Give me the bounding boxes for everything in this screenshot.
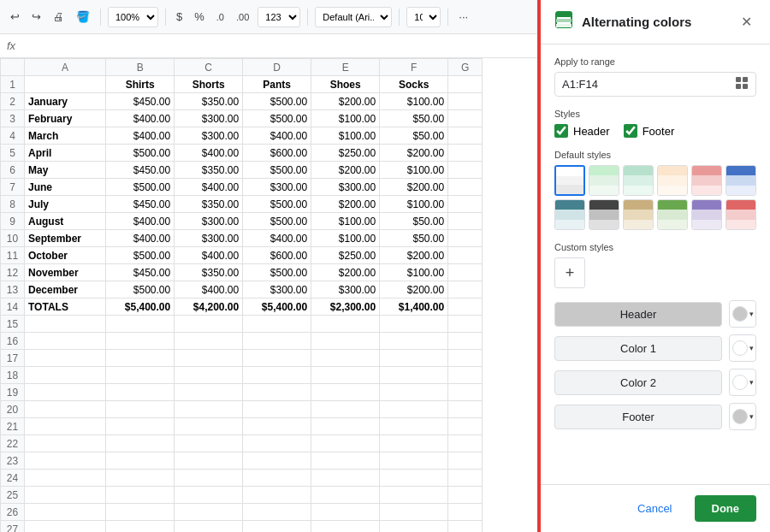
- cell-23-d[interactable]: [243, 452, 311, 470]
- cell-8-c[interactable]: $350.00: [175, 196, 243, 213]
- cell-12-g[interactable]: [448, 264, 483, 281]
- cell-19-g[interactable]: [448, 384, 483, 401]
- cell-19-b[interactable]: [106, 384, 175, 401]
- table-row[interactable]: 4March$400.00$300.00$400.00$100.00$50.00: [1, 127, 483, 145]
- cell-12-c[interactable]: $350.00: [175, 264, 243, 281]
- cell-7-e[interactable]: $300.00: [311, 179, 380, 196]
- cell-6-d[interactable]: $500.00: [243, 162, 311, 179]
- cell-22-c[interactable]: [175, 435, 243, 452]
- cell-6-g[interactable]: [448, 162, 483, 179]
- cell-23-b[interactable]: [106, 452, 175, 470]
- cell-13-e[interactable]: $300.00: [311, 281, 380, 299]
- footer-color-button[interactable]: ▾: [729, 403, 756, 430]
- cell-14-b[interactable]: $5,400.00: [106, 299, 175, 316]
- cell-23-f[interactable]: [380, 452, 448, 470]
- cell-5-b[interactable]: $500.00: [106, 145, 175, 162]
- cell-22-f[interactable]: [380, 435, 448, 452]
- cell-27-e[interactable]: [311, 521, 380, 533]
- cell-17-c[interactable]: [175, 350, 243, 367]
- swatch-6[interactable]: [726, 165, 756, 196]
- cell-3-b[interactable]: $400.00: [106, 110, 175, 127]
- cell-27-a[interactable]: [25, 521, 106, 533]
- cell-23-a[interactable]: [25, 452, 106, 470]
- cell-21-b[interactable]: [106, 418, 175, 435]
- range-grid-icon[interactable]: [735, 76, 749, 92]
- cell-4-c[interactable]: $300.00: [175, 127, 243, 145]
- cell-9-g[interactable]: [448, 213, 483, 230]
- cell-6-a[interactable]: May: [25, 162, 106, 179]
- cancel-button[interactable]: Cancel: [624, 495, 685, 522]
- cell-15-d[interactable]: [243, 316, 311, 333]
- cell-3-d[interactable]: $500.00: [243, 110, 311, 127]
- cell-20-g[interactable]: [448, 401, 483, 418]
- cell-27-c[interactable]: [175, 521, 243, 533]
- cell-8-b[interactable]: $450.00: [106, 196, 175, 213]
- table-row[interactable]: 18: [1, 367, 483, 384]
- cell-4-d[interactable]: $400.00: [243, 127, 311, 145]
- cell-26-b[interactable]: [106, 504, 175, 521]
- cell-1-a[interactable]: [25, 76, 106, 93]
- cell-6-c[interactable]: $350.00: [175, 162, 243, 179]
- cell-9-d[interactable]: $500.00: [243, 213, 311, 230]
- header-checkbox-label[interactable]: Header: [554, 124, 610, 138]
- table-row[interactable]: 9August$400.00$300.00$500.00$100.00$50.0…: [1, 213, 483, 230]
- cell-2-c[interactable]: $350.00: [175, 93, 243, 110]
- cell-18-d[interactable]: [243, 367, 311, 384]
- cell-13-a[interactable]: December: [25, 281, 106, 299]
- cell-12-e[interactable]: $200.00: [311, 264, 380, 281]
- cell-7-g[interactable]: [448, 179, 483, 196]
- cell-3-g[interactable]: [448, 110, 483, 127]
- table-row[interactable]: 23: [1, 452, 483, 470]
- cell-11-e[interactable]: $250.00: [311, 247, 380, 264]
- cell-1-c[interactable]: Shorts: [175, 76, 243, 93]
- color2-button[interactable]: ▾: [729, 369, 756, 396]
- cell-8-g[interactable]: [448, 196, 483, 213]
- cell-26-f[interactable]: [380, 504, 448, 521]
- cell-16-g[interactable]: [448, 333, 483, 350]
- cell-14-g[interactable]: [448, 299, 483, 316]
- cell-10-g[interactable]: [448, 230, 483, 247]
- font-size-select[interactable]: 10: [406, 7, 441, 27]
- cell-3-f[interactable]: $50.00: [380, 110, 448, 127]
- table-row[interactable]: 15: [1, 316, 483, 333]
- range-input[interactable]: [562, 78, 735, 91]
- table-row[interactable]: 6May$450.00$350.00$500.00$200.00$100.00: [1, 162, 483, 179]
- cell-10-a[interactable]: September: [25, 230, 106, 247]
- cell-27-b[interactable]: [106, 521, 175, 533]
- cell-8-f[interactable]: $100.00: [380, 196, 448, 213]
- cell-23-e[interactable]: [311, 452, 380, 470]
- cell-12-d[interactable]: $500.00: [243, 264, 311, 281]
- cell-17-a[interactable]: [25, 350, 106, 367]
- cell-13-f[interactable]: $200.00: [380, 281, 448, 299]
- currency-button[interactable]: $: [173, 9, 186, 25]
- cell-5-c[interactable]: $400.00: [175, 145, 243, 162]
- cell-17-g[interactable]: [448, 350, 483, 367]
- cell-13-b[interactable]: $500.00: [106, 281, 175, 299]
- cell-1-f[interactable]: Socks: [380, 76, 448, 93]
- cell-6-b[interactable]: $450.00: [106, 162, 175, 179]
- cell-4-f[interactable]: $50.00: [380, 127, 448, 145]
- grid-container[interactable]: A B C D E F G 1ShirtsShortsPantsShoesSoc…: [0, 58, 537, 532]
- table-row[interactable]: 20: [1, 401, 483, 418]
- table-row[interactable]: 10September$400.00$300.00$400.00$100.00$…: [1, 230, 483, 247]
- cell-25-c[interactable]: [175, 487, 243, 504]
- cell-25-f[interactable]: [380, 487, 448, 504]
- swatch-9[interactable]: [623, 199, 654, 230]
- paint-format-button[interactable]: 🪣: [73, 9, 93, 25]
- cell-20-d[interactable]: [243, 401, 311, 418]
- cell-13-d[interactable]: $300.00: [243, 281, 311, 299]
- cell-2-g[interactable]: [448, 93, 483, 110]
- cell-4-b[interactable]: $400.00: [106, 127, 175, 145]
- cell-6-f[interactable]: $100.00: [380, 162, 448, 179]
- cell-25-b[interactable]: [106, 487, 175, 504]
- cell-20-b[interactable]: [106, 401, 175, 418]
- cell-25-e[interactable]: [311, 487, 380, 504]
- cell-5-f[interactable]: $200.00: [380, 145, 448, 162]
- cell-15-b[interactable]: [106, 316, 175, 333]
- table-row[interactable]: 11October$500.00$400.00$600.00$250.00$20…: [1, 247, 483, 264]
- cell-18-e[interactable]: [311, 367, 380, 384]
- cell-16-e[interactable]: [311, 333, 380, 350]
- cell-23-c[interactable]: [175, 452, 243, 470]
- cell-18-g[interactable]: [448, 367, 483, 384]
- cell-24-b[interactable]: [106, 470, 175, 487]
